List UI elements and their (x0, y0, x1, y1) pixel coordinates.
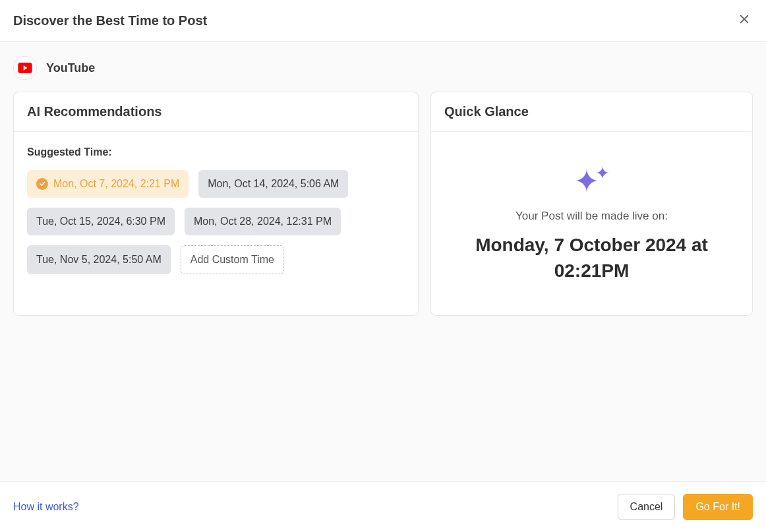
modal-footer: How it works? Cancel Go For It! (0, 481, 766, 532)
time-chip-label: Mon, Oct 14, 2024, 5:06 AM (208, 178, 339, 190)
quick-glance-body: Your Post will be made live on: Monday, … (431, 132, 752, 303)
confirm-button[interactable]: Go For It! (683, 494, 753, 520)
quick-glance-panel: Quick Glance Your Post will be made live… (430, 92, 753, 316)
close-button[interactable] (736, 11, 753, 30)
time-chip[interactable]: Mon, Oct 14, 2024, 5:06 AM (198, 170, 348, 198)
suggested-time-label: Suggested Time: (27, 146, 405, 158)
quick-glance-title: Quick Glance (431, 92, 752, 132)
platform-name: YouTube (46, 61, 95, 75)
close-icon (738, 13, 750, 25)
time-chip-label: Tue, Nov 5, 2024, 5:50 AM (36, 254, 162, 266)
recommendations-body: Suggested Time: Mon, Oct 7, 2024, 2:21 P… (14, 132, 418, 294)
modal-title: Discover the Best Time to Post (13, 13, 207, 28)
time-chip-label: Tue, Oct 15, 2024, 6:30 PM (36, 216, 165, 227)
check-circle-icon (36, 178, 48, 190)
time-chip[interactable]: Mon, Oct 28, 2024, 12:31 PM (185, 208, 341, 235)
recommendations-title: AI Recommendations (14, 92, 418, 132)
recommendations-panel: AI Recommendations Suggested Time: Mon, … (13, 92, 419, 316)
glance-caption: Your Post will be made live on: (516, 210, 668, 223)
modal-header: Discover the Best Time to Post (0, 0, 766, 42)
youtube-badge (13, 56, 37, 80)
time-chip[interactable]: Tue, Nov 5, 2024, 5:50 AM (27, 245, 171, 274)
content-row: AI Recommendations Suggested Time: Mon, … (0, 92, 766, 316)
time-chip-label: Mon, Oct 28, 2024, 12:31 PM (194, 216, 332, 227)
glance-scheduled-date: Monday, 7 October 2024 at 02:21PM (467, 232, 717, 283)
add-custom-time-label: Add Custom Time (191, 254, 274, 266)
youtube-icon (18, 63, 32, 73)
time-chip[interactable]: Tue, Oct 15, 2024, 6:30 PM (27, 208, 175, 235)
time-chip-list: Mon, Oct 7, 2024, 2:21 PM Mon, Oct 14, 2… (27, 170, 405, 274)
add-custom-time-button[interactable]: Add Custom Time (181, 245, 284, 274)
cancel-button[interactable]: Cancel (618, 494, 676, 520)
time-chip-label: Mon, Oct 7, 2024, 2:21 PM (53, 178, 179, 190)
platform-row: YouTube (0, 42, 766, 92)
time-chip-selected[interactable]: Mon, Oct 7, 2024, 2:21 PM (27, 170, 189, 198)
footer-actions: Cancel Go For It! (618, 494, 753, 520)
sparkle-icon (574, 165, 610, 199)
how-it-works-link[interactable]: How it works? (13, 501, 79, 513)
